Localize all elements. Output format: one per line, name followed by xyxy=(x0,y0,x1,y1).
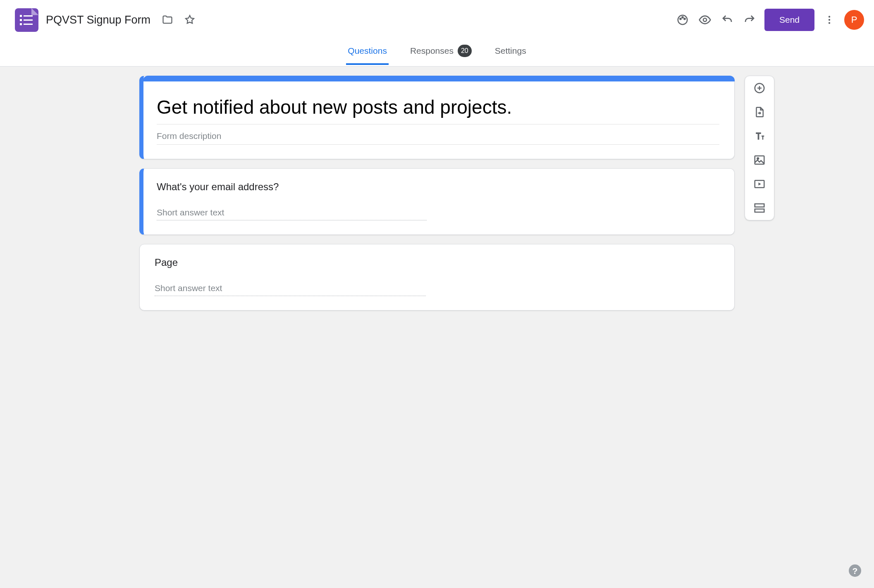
question-title[interactable]: What's your email address? xyxy=(157,181,719,193)
svg-point-9 xyxy=(684,18,685,19)
question-title[interactable]: Page xyxy=(155,257,719,268)
form-description-input[interactable] xyxy=(157,124,719,145)
question-card[interactable]: What's your email address? xyxy=(139,168,735,235)
svg-point-10 xyxy=(703,18,707,22)
svg-rect-5 xyxy=(24,24,33,25)
form-canvas: What's your email address? Page xyxy=(0,67,874,588)
svg-rect-3 xyxy=(24,19,33,21)
svg-point-12 xyxy=(829,19,830,21)
add-section-icon[interactable] xyxy=(753,202,766,214)
svg-rect-1 xyxy=(24,15,33,17)
tabs-bar: Questions Responses 20 Settings xyxy=(0,40,874,67)
add-question-icon[interactable] xyxy=(753,82,766,94)
import-questions-icon[interactable] xyxy=(753,106,766,118)
forms-logo-icon[interactable] xyxy=(15,8,38,32)
short-answer-preview xyxy=(155,281,426,296)
svg-rect-4 xyxy=(20,23,22,25)
svg-point-8 xyxy=(682,17,683,18)
tab-label: Questions xyxy=(348,46,387,56)
header-bar: Send P xyxy=(0,0,874,40)
form-title-input[interactable] xyxy=(157,93,719,124)
tab-label: Settings xyxy=(495,46,526,56)
add-image-icon[interactable] xyxy=(753,154,766,166)
customize-theme-icon[interactable] xyxy=(675,12,690,27)
svg-point-11 xyxy=(829,16,830,17)
tab-label: Responses xyxy=(410,46,454,56)
svg-rect-0 xyxy=(20,15,22,17)
form-title-card[interactable] xyxy=(139,76,735,159)
tab-responses[interactable]: Responses 20 xyxy=(408,40,473,66)
account-avatar[interactable]: P xyxy=(844,10,864,30)
undo-icon[interactable] xyxy=(720,12,735,27)
svg-point-13 xyxy=(829,22,830,24)
question-toolbar xyxy=(745,76,774,220)
star-icon[interactable] xyxy=(182,12,197,27)
svg-rect-18 xyxy=(755,204,764,207)
redo-icon[interactable] xyxy=(742,12,757,27)
add-title-icon[interactable] xyxy=(753,130,766,142)
more-menu-icon[interactable] xyxy=(822,12,837,27)
short-answer-preview xyxy=(157,205,427,220)
tab-questions[interactable]: Questions xyxy=(346,41,389,65)
document-title-input[interactable] xyxy=(46,14,153,26)
add-video-icon[interactable] xyxy=(753,178,766,190)
help-icon[interactable]: ? xyxy=(848,563,862,578)
tab-settings[interactable]: Settings xyxy=(493,41,528,65)
svg-rect-19 xyxy=(755,209,764,213)
move-to-folder-icon[interactable] xyxy=(160,12,175,27)
responses-count-badge: 20 xyxy=(458,45,472,57)
preview-icon[interactable] xyxy=(697,12,712,27)
svg-rect-2 xyxy=(20,19,22,21)
svg-point-16 xyxy=(757,158,759,159)
svg-text:?: ? xyxy=(853,566,858,576)
svg-point-7 xyxy=(680,18,681,19)
question-card[interactable]: Page xyxy=(139,244,735,311)
send-button[interactable]: Send xyxy=(764,9,814,31)
